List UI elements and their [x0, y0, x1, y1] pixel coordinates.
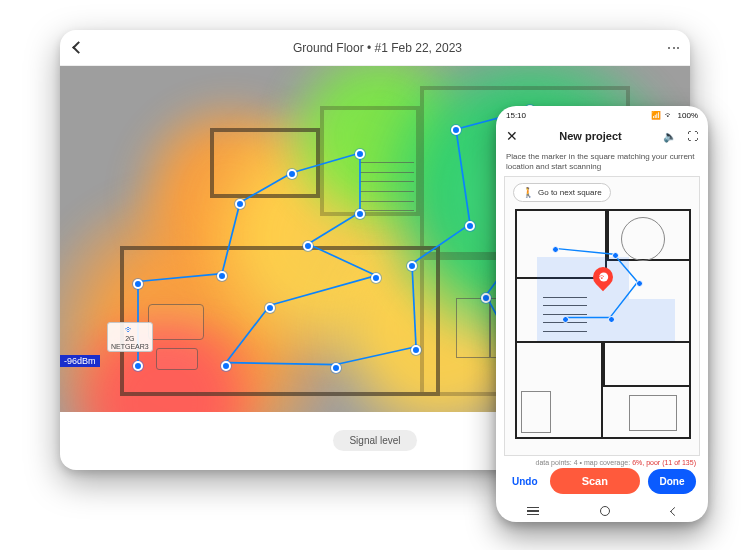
status-time: 15:10: [506, 111, 526, 120]
scan-button[interactable]: Scan: [550, 468, 640, 494]
router-band: 2G: [125, 335, 134, 342]
recents-icon[interactable]: [527, 507, 539, 516]
dbm-min-label: -96dBm: [60, 355, 100, 367]
wifi-icon: ᯤ: [111, 325, 149, 336]
undo-button[interactable]: Undo: [508, 470, 542, 493]
close-icon[interactable]: ✕: [506, 128, 518, 144]
home-icon[interactable]: [600, 506, 610, 516]
phone-floor-plan: ᯤ: [511, 191, 693, 449]
tablet-header: Ground Floor • #1 Feb 22, 2023 ⋮: [60, 30, 690, 66]
phone-map-canvas[interactable]: 🚶 Go to next square: [504, 176, 700, 456]
more-icon[interactable]: ⋮: [672, 41, 676, 55]
status-bar: 15:10 📶 ᯤ 100%: [496, 106, 708, 122]
volume-icon[interactable]: 🔈: [663, 130, 677, 143]
done-button[interactable]: Done: [648, 469, 696, 494]
page-title: Ground Floor • #1 Feb 22, 2023: [293, 41, 462, 55]
router-badge[interactable]: ᯤ 2G NETGEAR3: [107, 322, 153, 352]
signal-level-chip[interactable]: Signal level: [333, 430, 416, 451]
back-icon[interactable]: [72, 41, 85, 54]
wifi-icon: ᯤ: [599, 273, 607, 282]
signal-icon: 📶: [651, 111, 661, 120]
instruction-text: Place the marker in the square matching …: [496, 150, 708, 176]
phone-scan-path: [511, 191, 693, 448]
expand-icon[interactable]: ⛶: [687, 130, 698, 143]
phone-action-bar: Undo Scan Done: [496, 466, 708, 500]
phone-frame: 15:10 📶 ᯤ 100% ✕ New project 🔈 ⛶ Place t…: [496, 106, 708, 522]
back-icon[interactable]: [669, 506, 679, 516]
phone-header: ✕ New project 🔈 ⛶: [496, 122, 708, 150]
phone-coverage-stats: data points: 4 • map coverage: 6%, poor …: [496, 456, 708, 466]
status-icons: 📶 ᯤ 100%: [649, 111, 698, 120]
battery-label: 100%: [678, 111, 698, 120]
router-ssid: NETGEAR3: [111, 343, 149, 350]
android-nav-bar: [496, 500, 708, 522]
phone-title: New project: [559, 130, 621, 142]
coverage-value: 6%, poor (11 of 135): [632, 459, 696, 466]
wifi-icon: ᯤ: [665, 111, 673, 120]
